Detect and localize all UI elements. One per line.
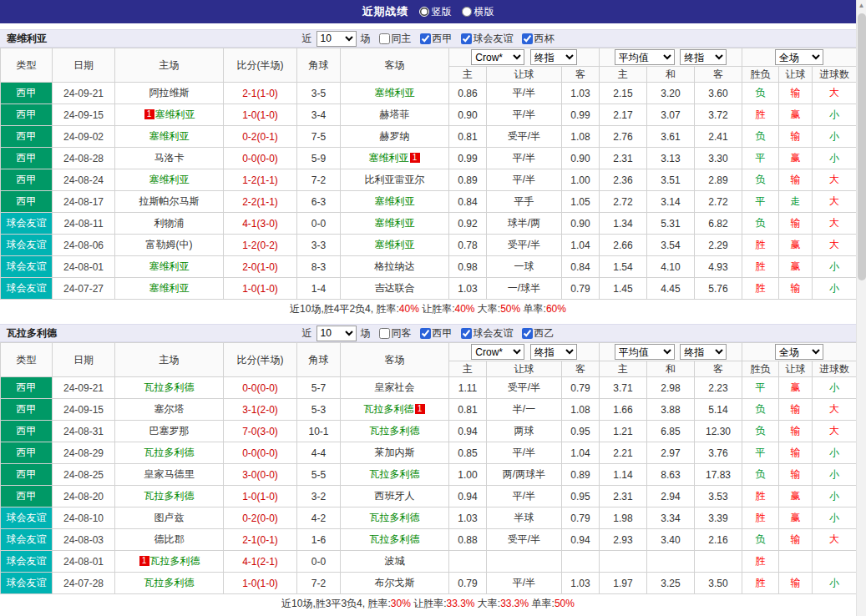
- team-name[interactable]: 巴塞罗那: [149, 425, 190, 437]
- same-venue-checkbox-input[interactable]: [379, 328, 390, 339]
- team-name[interactable]: 塞维利亚: [375, 195, 415, 207]
- team-name[interactable]: 瓦拉多利德: [370, 425, 420, 437]
- horizontal-layout-radio[interactable]: 横版: [462, 5, 494, 19]
- team-name[interactable]: 瓦拉多利德: [364, 403, 414, 415]
- match-row: 球会友谊24-07-27塞维利亚1-0(1-0)1-4吉达联合1.03一/球半0…: [1, 278, 857, 300]
- team-name[interactable]: 瓦拉多利德: [370, 533, 420, 545]
- team-name[interactable]: 瓦拉多利德: [370, 512, 420, 523]
- league-checkbox[interactable]: 西甲: [420, 326, 453, 341]
- friendly-checkbox[interactable]: 球会友谊: [461, 32, 514, 46]
- team-name[interactable]: 利物浦: [154, 217, 185, 229]
- home-team-cell: 塞尔塔: [115, 399, 224, 421]
- average-odds: 1.45: [600, 278, 647, 300]
- friendly-checkbox-input[interactable]: [461, 328, 472, 339]
- team-name[interactable]: 莱加内斯: [375, 447, 415, 458]
- corner-count: 3-3: [297, 235, 341, 256]
- team-name[interactable]: 塞尔塔: [154, 403, 185, 415]
- league-checkbox-input[interactable]: [420, 328, 431, 339]
- team-name[interactable]: 瓦拉多利德: [150, 555, 200, 567]
- league-checkbox[interactable]: 西甲: [420, 32, 453, 46]
- vertical-layout-radio-input[interactable]: [419, 7, 429, 17]
- odds-provider-select[interactable]: Crow*: [471, 344, 524, 360]
- team-name[interactable]: 德比郡: [154, 533, 185, 545]
- recent-count-select[interactable]: 10: [317, 31, 357, 47]
- team-name[interactable]: 塞维利亚: [375, 217, 415, 229]
- team-name[interactable]: 赫罗纳: [380, 130, 410, 142]
- team-name[interactable]: 瓦拉多利德: [144, 381, 195, 393]
- vertical-scrollbar[interactable]: ▲: [856, 0, 866, 616]
- friendly-checkbox[interactable]: 球会友谊: [461, 326, 514, 341]
- same-venue-checkbox[interactable]: 同主: [379, 32, 412, 46]
- team-name[interactable]: 瓦拉多利德: [144, 447, 195, 458]
- team-name[interactable]: 波城: [385, 555, 405, 567]
- team-name[interactable]: 阿拉维斯: [149, 87, 190, 98]
- average-odds: [600, 551, 647, 573]
- team-name[interactable]: 塞维利亚: [149, 174, 190, 185]
- league-checkbox-input[interactable]: [420, 33, 431, 44]
- cup-checkbox[interactable]: 西杯: [522, 32, 555, 46]
- team-name[interactable]: 布尔戈斯: [375, 577, 415, 588]
- team-name[interactable]: 图卢兹: [154, 512, 185, 523]
- team-name[interactable]: 拉斯帕尔马斯: [139, 195, 200, 207]
- team-name[interactable]: 吉达联合: [375, 282, 415, 294]
- avg-odds-select[interactable]: 平均值: [615, 344, 675, 360]
- handicap-odds: 一球: [487, 256, 562, 278]
- match-score: 1-0(1-0): [224, 104, 297, 126]
- odds-stage-select[interactable]: 终指: [530, 49, 577, 65]
- match-score: 4-1(3-0): [224, 213, 297, 235]
- team-name[interactable]: 富勒姆(中): [146, 239, 193, 250]
- odds-provider-select[interactable]: Crow*: [471, 49, 524, 65]
- team-name[interactable]: 瓦拉多利德: [144, 577, 195, 588]
- team-name[interactable]: 塞维利亚: [369, 152, 409, 164]
- team-name[interactable]: 格拉纳达: [375, 260, 415, 272]
- average-odds: 4.93: [695, 256, 742, 278]
- division2-checkbox[interactable]: 西乙: [522, 326, 555, 341]
- team-name[interactable]: 瓦拉多利德: [144, 490, 195, 502]
- team-name[interactable]: 塞维利亚: [155, 109, 195, 120]
- average-odds: 3.76: [695, 442, 742, 464]
- average-odds: 4.10: [647, 256, 695, 278]
- team-name[interactable]: 塞维利亚: [375, 87, 415, 98]
- team-name[interactable]: 塞维利亚: [149, 260, 190, 272]
- recent-count-select[interactable]: 10: [317, 326, 357, 341]
- team-name[interactable]: 塞维利亚: [149, 282, 190, 294]
- cup-checkbox-input[interactable]: [522, 33, 533, 44]
- col-header-odds-away: 客: [562, 67, 600, 83]
- avg-odds-select[interactable]: 平均值: [615, 49, 675, 65]
- odds-stage-select[interactable]: 终指: [530, 344, 577, 360]
- horizontal-layout-radio-input[interactable]: [462, 7, 472, 17]
- avg-stage-select[interactable]: 终指: [680, 344, 727, 360]
- vertical-layout-radio[interactable]: 竖版: [419, 5, 452, 19]
- result-flag: 小: [813, 507, 857, 529]
- scope-select[interactable]: 全场: [775, 49, 823, 65]
- team-name[interactable]: 瓦拉多利德: [370, 468, 420, 480]
- friendly-checkbox-input[interactable]: [461, 33, 472, 44]
- odds-select-cell: Crow* 终指: [449, 343, 600, 361]
- avg-select-cell: 平均值 终指: [600, 343, 742, 361]
- division2-checkbox-input[interactable]: [522, 328, 533, 339]
- away-team-cell: 塞维利亚: [341, 213, 449, 235]
- avg-stage-select[interactable]: 终指: [680, 49, 727, 65]
- team-name[interactable]: 塞维利亚: [375, 239, 415, 250]
- handicap-odds: 1.08: [562, 399, 600, 421]
- team-name[interactable]: 皇家马德里: [144, 468, 195, 480]
- same-venue-checkbox-input[interactable]: [379, 33, 390, 44]
- result-flag: 大: [813, 83, 857, 104]
- corner-count: 10-1: [297, 421, 341, 442]
- same-venue-checkbox[interactable]: 同客: [379, 326, 412, 341]
- team-name[interactable]: 皇家社会: [375, 381, 415, 393]
- away-team-cell: 瓦拉多利德: [341, 464, 449, 486]
- average-odds: 3.40: [647, 529, 695, 551]
- scope-select[interactable]: 全场: [775, 344, 823, 360]
- team-name[interactable]: 西班牙人: [375, 490, 415, 502]
- scrollbar-thumb[interactable]: [858, 13, 866, 280]
- team-name[interactable]: 塞维利亚: [149, 130, 190, 142]
- team-name[interactable]: 比利亚雷亚尔: [365, 174, 425, 185]
- team-name[interactable]: 马洛卡: [154, 152, 185, 164]
- scroll-up-button[interactable]: ▲: [857, 0, 866, 12]
- average-odds: 3.30: [695, 148, 742, 169]
- handicap-odds: 0.92: [449, 213, 487, 235]
- team-name[interactable]: 赫塔菲: [380, 109, 410, 120]
- match-date: 24-09-21: [53, 83, 115, 104]
- average-odds: 8.63: [647, 464, 695, 486]
